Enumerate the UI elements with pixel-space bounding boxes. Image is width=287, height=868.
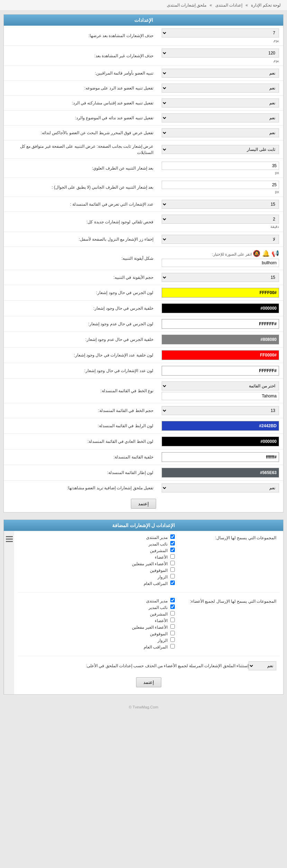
send-groups-list-item-4[interactable]: الأعضاء الغير مفعلين — [18, 561, 175, 566]
send-to-all-list-checkbox-5[interactable] — [170, 631, 175, 635]
settings-section-2: الإعدادات ل الإشعارات المضافة المجموعات … — [3, 519, 284, 695]
color-picker-24[interactable]: #000000 — [162, 437, 279, 446]
font-input-21[interactable] — [162, 392, 279, 400]
send-to-all-list-item-3[interactable]: الأعضاء — [18, 618, 175, 623]
icon-click-text: 📢 🔔 🔕 انقر على الصورة للإختيار: — [212, 250, 279, 257]
color-picker-17[interactable]: #FFFFFF — [162, 319, 279, 329]
settings-label-15: لون الجرس في حال وجود إشعار: — [4, 285, 158, 301]
send-to-all-list-item-4[interactable]: الأعضاء الغير مفعلين — [18, 624, 175, 630]
settings-label-6: تفعيل عرض فوق المحرر شريط البحث عن العضو… — [4, 126, 158, 140]
send-to-all-list-item-6[interactable]: الزوار — [18, 637, 175, 643]
section2-content: المجموعات التي يسمح لها الإرسال: مدير ال… — [14, 531, 283, 694]
send-groups-list-item-5[interactable]: الموقوفين — [18, 567, 175, 573]
color-picker-18[interactable]: #808080 — [162, 335, 279, 344]
send-groups-list-checkbox-6[interactable] — [170, 574, 175, 578]
settings-input-9[interactable] — [162, 181, 279, 189]
settings-label-4: تفعيل تنبيه العضو عند إقتباس مشاركته في … — [4, 96, 158, 111]
settings-select-5[interactable]: نعملا — [162, 113, 279, 122]
settings-table: 7يومحذف الإشعارات المشاهدة بعد عرضها:120… — [4, 26, 283, 495]
settings-label-9: بعد إشعار التنبيه عن الطرف الجانبي (لا ي… — [4, 178, 158, 197]
section2-submit-row: إعتمد — [18, 674, 280, 691]
send-groups-list-checkbox-3[interactable] — [170, 554, 175, 559]
settings-label-23: لون الرابط في القائمة المنسدلة: — [4, 418, 158, 434]
send-to-all-groups-row: المجموعات التي يسمح لها الإرسال لجميع ال… — [18, 598, 280, 656]
top-bar: لوحة تحكم الإدارة » إعدادات المنتدى » مل… — [0, 0, 287, 11]
settings-select-12[interactable]: لانعم — [162, 235, 279, 244]
settings-label-7: عرض إشعار ثابت بجانب الصفحة: عرض التنبيه… — [4, 140, 158, 159]
settings-select-6[interactable]: نعملا — [162, 128, 279, 137]
color-picker-23[interactable]: #2442BD — [162, 421, 279, 431]
send-groups-list: مدير المنتدى نائب المدير المشرفين الأعضا… — [18, 534, 175, 587]
settings-label-13: شكل أيقونة التنبيه: — [4, 247, 158, 270]
send-groups-list-item-6[interactable]: الزوار — [18, 574, 175, 579]
send-groups-list-item-1[interactable]: نائب المدير — [18, 541, 175, 547]
section1-header: الإعدادات — [4, 15, 283, 26]
settings-section-1: الإعدادات 7يومحذف الإشعارات المشاهدة بعد… — [3, 14, 284, 513]
settings-label-10: عدد الإشعارات التي تعرض في القائمة المنس… — [4, 197, 158, 212]
settings-select-27[interactable]: نعملا — [162, 483, 279, 492]
breadcrumb-item-1[interactable]: لوحة تحكم الإدارة — [251, 3, 281, 8]
send-to-all-list-item-0[interactable]: مدير المنتدى — [18, 598, 175, 603]
settings-select-14[interactable]: 15 — [162, 273, 279, 282]
breadcrumb-item-3: ملحق إشعارات المنتدى — [167, 3, 207, 8]
settings-select-1[interactable]: 120 — [162, 49, 279, 58]
font-dropdown-21[interactable]: اختر من القائمة — [162, 381, 279, 390]
settings-select-0[interactable]: 7 — [162, 28, 279, 37]
settings-label-22: حجم الخط في القائمة المنسدلة: — [4, 403, 158, 418]
send-to-all-list-item-1[interactable]: نائب المدير — [18, 604, 175, 610]
settings-select-3[interactable]: نعملا — [162, 84, 279, 93]
send-to-all-list-checkbox-6[interactable] — [170, 637, 175, 642]
color-picker-25[interactable]: #ffffff — [162, 452, 279, 462]
section2-header: الإعدادات ل الإشعارات المضافة — [4, 520, 283, 531]
exempt-label: إستثناء الملحق الإشعارات المرسلة لجميع ا… — [18, 663, 249, 668]
settings-select-10[interactable]: 15 — [162, 200, 279, 209]
send-groups-list-checkbox-1[interactable] — [170, 541, 175, 545]
color-picker-26[interactable]: #565E63 — [162, 468, 279, 478]
settings-label-14: حجم الأيقونة في التنبيه: — [4, 270, 158, 285]
send-to-all-list-checkbox-3[interactable] — [170, 618, 175, 622]
exempt-select[interactable]: نعملا — [249, 661, 276, 670]
settings-label-17: لون الجرس في حال عدم وجود إشعار: — [4, 316, 158, 332]
settings-select-22[interactable]: 13 — [162, 406, 279, 415]
section1-submit-button[interactable]: إعتمد — [131, 499, 156, 509]
send-groups-list-checkbox-5[interactable] — [170, 567, 175, 572]
send-groups-list-item-7[interactable]: المراقب العام — [18, 581, 175, 586]
hamburger-icon — [6, 536, 13, 542]
send-groups-list-item-0[interactable]: مدير المنتدى — [18, 534, 175, 540]
color-picker-20[interactable]: #FFFFFF — [162, 366, 279, 376]
color-picker-16[interactable]: #000000 — [162, 303, 279, 313]
send-to-all-list-item-2[interactable]: المشرفين — [18, 611, 175, 617]
send-to-all-list-checkbox-0[interactable] — [170, 598, 175, 602]
breadcrumb-item-2[interactable]: إعدادات المنتدى — [215, 3, 242, 8]
settings-select-7[interactable]: ثابت على اليسارثابت على اليمينلا — [162, 145, 279, 154]
send-groups-list-checkbox-7[interactable] — [170, 581, 175, 585]
color-picker-19[interactable]: #FF0000 — [162, 350, 279, 360]
settings-label-27: تفعيل ملحق إشعارات إضافية تريد العضو مشا… — [4, 481, 158, 496]
send-groups-list-item-3[interactable]: الأعضاء — [18, 554, 175, 560]
breadcrumb-sep-2: » — [208, 3, 212, 8]
settings-select-11[interactable]: 2 — [162, 215, 279, 224]
settings-label-12: إخفاء زر الإشعار مع النزول بالصفحة لأسفل… — [4, 232, 158, 247]
send-groups-row: المجموعات التي يسمح لها الإرسال: مدير ال… — [18, 534, 280, 593]
color-picker-15[interactable]: #FFFF00 — [162, 288, 279, 298]
section2-submit-button[interactable]: إعتمد — [136, 677, 161, 687]
footer: TvewMag.Com © — [3, 702, 284, 713]
send-to-all-list-checkbox-1[interactable] — [170, 604, 175, 609]
send-to-all-list-item-7[interactable]: المراقب العام — [18, 644, 175, 650]
settings-label-11: فحص تلقائي لوجود إشعارات جديدة كل: — [4, 212, 158, 232]
send-to-all-list-checkbox-4[interactable] — [170, 624, 175, 629]
send-groups-list-item-2[interactable]: المشرفين — [18, 548, 175, 553]
send-to-all-list-checkbox-7[interactable] — [170, 644, 175, 648]
settings-label-2: تنبيه العضو بأوامر قائمة المراقبين: — [4, 66, 158, 81]
send-groups-list-checkbox-0[interactable] — [170, 534, 175, 539]
settings-label-20: لون عدد الإشعارات في حال وجود إشعار: — [4, 363, 158, 379]
icon-input-13[interactable] — [162, 259, 279, 267]
settings-select-2[interactable]: نعملا — [162, 69, 279, 78]
send-groups-list-checkbox-2[interactable] — [170, 548, 175, 552]
settings-label-18: خلفية الجرس في حال عدم وجود إشعار: — [4, 332, 158, 347]
settings-select-4[interactable]: نعملا — [162, 98, 279, 108]
send-to-all-list-checkbox-2[interactable] — [170, 611, 175, 616]
send-groups-list-checkbox-4[interactable] — [170, 561, 175, 565]
send-to-all-list-item-5[interactable]: الموقوفين — [18, 631, 175, 636]
settings-input-8[interactable] — [162, 162, 279, 170]
